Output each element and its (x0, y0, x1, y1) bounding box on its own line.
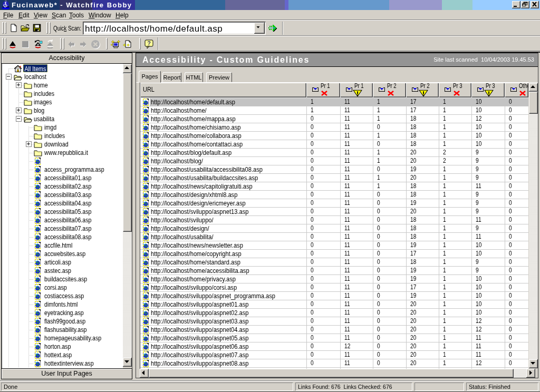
svg-text:?: ? (147, 40, 151, 46)
